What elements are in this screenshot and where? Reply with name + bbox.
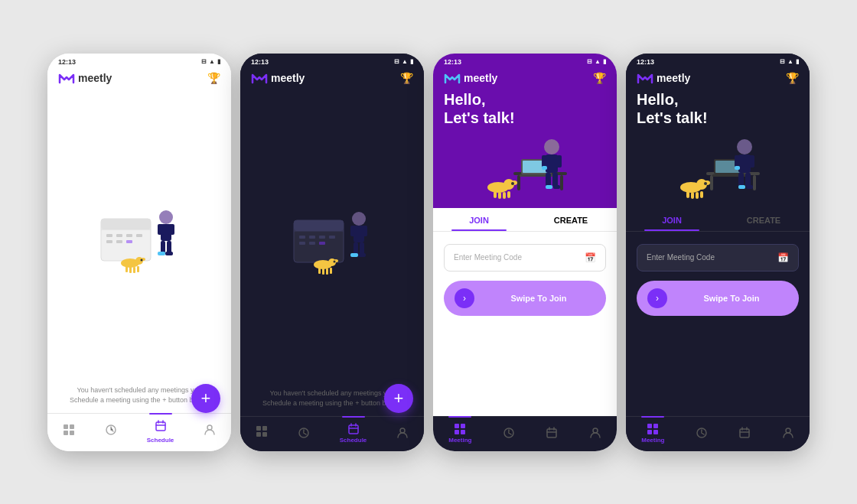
input-placeholder-4: Enter Meeting Code: [647, 253, 771, 262]
nav-schedule-2[interactable]: Schedule: [340, 423, 367, 444]
input-placeholder-3: Enter Meeting Code: [454, 253, 578, 262]
svg-point-95: [593, 428, 598, 433]
nav-clock-1[interactable]: [105, 424, 117, 439]
svg-rect-86: [503, 192, 506, 199]
trophy-icon-3: 🏆: [593, 72, 606, 84]
svg-rect-16: [158, 252, 165, 255]
nav-grid-1[interactable]: [63, 424, 75, 439]
logo-area-3: meetly: [444, 72, 497, 84]
swipe-join-btn-4[interactable]: › Swipe To Join: [637, 281, 799, 316]
swipe-arrow-icon-4: ›: [647, 288, 667, 308]
fab-button-2[interactable]: +: [384, 384, 413, 413]
screens-container: 12:13 ⊟ ▲ ▮ meetly 🏆: [32, 38, 825, 467]
svg-point-102: [737, 139, 752, 154]
svg-rect-4: [116, 234, 122, 237]
nav-user-2[interactable]: [396, 427, 409, 439]
svg-rect-124: [740, 429, 749, 437]
meeting-code-field-3[interactable]: Enter Meeting Code 📅: [444, 244, 606, 272]
logo-area-4: meetly: [637, 72, 690, 84]
hero-text-4: Hello, Let's talk!: [637, 90, 799, 127]
tab-row-4: JOIN CREATE: [626, 208, 810, 232]
svg-rect-50: [358, 253, 366, 257]
svg-rect-47: [354, 242, 358, 255]
nav-user-1[interactable]: [204, 424, 216, 439]
svg-rect-108: [735, 166, 740, 170]
svg-rect-103: [738, 154, 751, 173]
illustration-4: [637, 130, 799, 199]
svg-rect-48: [360, 242, 364, 255]
status-time-1: 12:13: [58, 58, 76, 66]
svg-point-25: [141, 259, 143, 261]
svg-rect-115: [691, 192, 694, 199]
nav-clock-4[interactable]: [696, 427, 708, 439]
status-bar-2: 12:13 ⊟ ▲ ▮: [240, 54, 424, 67]
svg-rect-56: [326, 268, 328, 275]
svg-rect-90: [461, 424, 465, 428]
svg-rect-62: [262, 432, 267, 437]
svg-point-32: [207, 425, 212, 430]
nav-calendar-4[interactable]: [738, 427, 751, 439]
sim-icon-2: ⊟: [394, 58, 399, 65]
svg-rect-75: [556, 155, 562, 167]
tab-create-3[interactable]: CREATE: [525, 208, 617, 231]
nav-meeting-3[interactable]: Meeting: [448, 423, 471, 444]
svg-rect-79: [546, 185, 552, 189]
meeting-code-field-4[interactable]: Enter Meeting Code 📅: [637, 244, 799, 272]
illustration-3: [444, 130, 606, 199]
swipe-label-3: Swipe To Join: [482, 294, 595, 303]
svg-point-58: [334, 260, 336, 262]
svg-rect-46: [361, 226, 367, 236]
tab-join-4[interactable]: JOIN: [626, 208, 718, 231]
svg-rect-31: [156, 422, 165, 431]
logo-icon-1: [58, 72, 75, 84]
nav-schedule-1[interactable]: Schedule: [147, 420, 174, 444]
nav-user-3[interactable]: [589, 427, 601, 439]
svg-rect-64: [349, 425, 358, 434]
meeting-label-3: Meeting: [448, 437, 471, 444]
svg-rect-68: [560, 175, 563, 190]
app-header-4: meetly 🏆: [637, 72, 799, 90]
status-icons-1: ⊟ ▲ ▮: [201, 58, 220, 65]
nav-user-4[interactable]: [782, 427, 794, 439]
svg-rect-116: [696, 192, 699, 199]
svg-rect-121: [647, 430, 652, 434]
svg-rect-39: [329, 236, 335, 239]
nav-meeting-4[interactable]: Meeting: [641, 423, 664, 444]
svg-rect-40: [299, 242, 305, 245]
swipe-label-4: Swipe To Join: [675, 294, 788, 303]
calendar-small-icon-3: 📅: [585, 252, 596, 263]
logo-icon-4: [637, 72, 653, 84]
svg-rect-49: [350, 253, 358, 257]
nav-grid-2[interactable]: [256, 425, 268, 441]
svg-rect-41: [309, 242, 315, 245]
nav-clock-2[interactable]: [298, 427, 310, 439]
swipe-arrow-icon-3: ›: [455, 288, 474, 308]
phone-screen-4: 12:13 ⊟ ▲ ▮ meetly 🏆 Hello, Let's talk!: [626, 54, 810, 451]
svg-rect-57: [330, 268, 332, 274]
fab-button-1[interactable]: +: [191, 384, 220, 413]
sim-icon-4: ⊟: [780, 58, 785, 65]
tab-create-4[interactable]: CREATE: [718, 208, 810, 231]
svg-rect-28: [64, 431, 68, 435]
svg-point-65: [400, 428, 405, 433]
svg-rect-55: [322, 268, 324, 275]
person-illustration-3: [460, 130, 590, 199]
svg-rect-13: [168, 224, 174, 235]
svg-rect-67: [517, 175, 520, 190]
fab-icon-2: +: [394, 389, 404, 408]
svg-rect-114: [686, 191, 689, 198]
nav-clock-3[interactable]: [503, 427, 515, 439]
status-bar-3: 12:13 ⊟ ▲ ▮: [433, 54, 617, 67]
swipe-join-btn-3[interactable]: › Swipe To Join: [444, 281, 606, 316]
app-name-3: meetly: [464, 72, 497, 84]
tab-join-3[interactable]: JOIN: [433, 208, 525, 231]
nav-calendar-3[interactable]: [546, 427, 558, 439]
svg-rect-80: [553, 185, 560, 189]
hero-line1-3: Hello,: [444, 90, 606, 109]
svg-rect-94: [547, 429, 556, 437]
svg-rect-98: [753, 175, 756, 190]
schedule-icon-1: [155, 420, 167, 435]
person-illustration-1: [78, 196, 200, 280]
svg-rect-3: [106, 234, 112, 237]
illustration-1: [47, 90, 231, 386]
